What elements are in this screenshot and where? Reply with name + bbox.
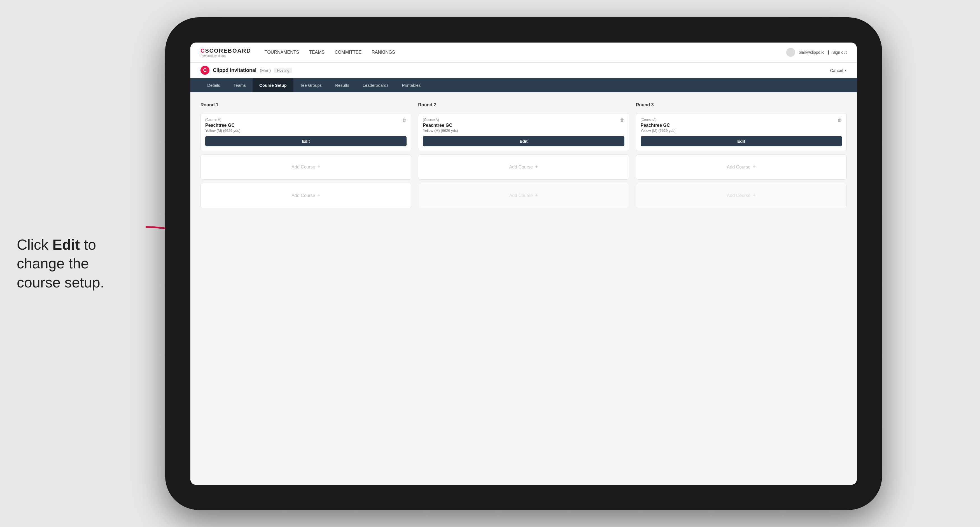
round-1-plus-icon-1: + (318, 164, 321, 170)
round-2-course-details: Yellow (M) (6629 yds) (423, 129, 624, 133)
round-2-trash-icon[interactable]: 🗑 (619, 117, 625, 124)
round-2-plus-icon-1: + (535, 164, 538, 170)
tab-leaderboards[interactable]: Leaderboards (356, 78, 395, 92)
sub-header-left: C Clippd Invitational (Men) Hosting (200, 66, 292, 75)
round-1-add-course-2[interactable]: Add Course + (200, 183, 411, 208)
nav-separator: | (828, 50, 829, 55)
round-2-title: Round 2 (418, 102, 629, 108)
tablet-frame: CSCOREBOARD Powered by clippd TOURNAMENT… (165, 17, 882, 510)
round-3-title: Round 3 (636, 102, 847, 108)
round-3-course-label: (Course A) (641, 118, 842, 122)
user-avatar (786, 48, 795, 57)
instruction-bold: Edit (52, 236, 80, 252)
user-email: blair@clippd.io (799, 50, 824, 55)
round-3-course-card: 🗑 (Course A) Peachtree GC Yellow (M) (66… (636, 113, 847, 151)
nav-teams[interactable]: TEAMS (309, 49, 325, 56)
round-2-add-course-2-label: Add Course (509, 193, 533, 198)
main-content: Round 1 🗑 (Course A) Peachtree GC Yellow… (190, 92, 857, 485)
nav-links: TOURNAMENTS TEAMS COMMITTEE RANKINGS (265, 49, 786, 56)
round-2-course-name: Peachtree GC (423, 123, 624, 128)
round-1-course-name: Peachtree GC (205, 123, 407, 128)
round-2-course-card: 🗑 (Course A) Peachtree GC Yellow (M) (66… (418, 113, 629, 151)
round-1-add-course-1-label: Add Course (291, 165, 315, 170)
cancel-button[interactable]: Cancel × (830, 68, 847, 73)
tab-printables[interactable]: Printables (395, 78, 428, 92)
round-3-course-details: Yellow (M) (6629 yds) (641, 129, 842, 133)
tournament-name: Clippd Invitational (213, 67, 256, 73)
tablet-screen: CSCOREBOARD Powered by clippd TOURNAMENT… (190, 43, 857, 485)
round-2-add-course-2: Add Course + (418, 183, 629, 208)
round-1-edit-button[interactable]: Edit (205, 136, 407, 146)
round-1-add-course-1[interactable]: Add Course + (200, 154, 411, 180)
brand-logo: C (200, 66, 210, 75)
logo-c: C (200, 48, 205, 54)
logo-sub: Powered by clippd (200, 54, 251, 57)
nav-rankings[interactable]: RANKINGS (372, 49, 395, 56)
round-2-column: Round 2 🗑 (Course A) Peachtree GC Yellow… (418, 102, 629, 208)
hosting-badge: Hosting (274, 68, 292, 73)
round-3-add-course-2-label: Add Course (727, 193, 751, 198)
nav-committee[interactable]: COMMITTEE (335, 49, 361, 56)
round-1-trash-icon[interactable]: 🗑 (401, 117, 408, 124)
round-3-trash-icon[interactable]: 🗑 (836, 117, 843, 124)
round-3-add-course-1[interactable]: Add Course + (636, 154, 847, 180)
round-3-course-name: Peachtree GC (641, 123, 842, 128)
round-3-add-course-2: Add Course + (636, 183, 847, 208)
round-2-edit-button[interactable]: Edit (423, 136, 624, 146)
tab-bar: Details Teams Course Setup Tee Groups Re… (190, 78, 857, 92)
round-1-column: Round 1 🗑 (Course A) Peachtree GC Yellow… (200, 102, 411, 208)
tab-course-setup[interactable]: Course Setup (253, 78, 293, 92)
tab-details[interactable]: Details (200, 78, 227, 92)
logo-area: CSCOREBOARD Powered by clippd (200, 48, 251, 57)
round-1-course-details: Yellow (M) (6629 yds) (205, 129, 407, 133)
round-3-plus-icon-1: + (752, 164, 756, 170)
round-3-plus-icon-2: + (752, 192, 756, 198)
tab-teams[interactable]: Teams (227, 78, 253, 92)
top-nav-right: blair@clippd.io | Sign out (786, 48, 847, 57)
round-1-add-course-2-label: Add Course (291, 193, 315, 198)
round-1-title: Round 1 (200, 102, 411, 108)
round-1-course-card: 🗑 (Course A) Peachtree GC Yellow (M) (66… (200, 113, 411, 151)
sign-out-link[interactable]: Sign out (832, 50, 847, 55)
round-2-course-label: (Course A) (423, 118, 624, 122)
round-3-column: Round 3 🗑 (Course A) Peachtree GC Yellow… (636, 102, 847, 208)
tab-results[interactable]: Results (328, 78, 356, 92)
round-1-plus-icon-2: + (318, 192, 321, 198)
round-2-plus-icon-2: + (535, 192, 538, 198)
top-nav: CSCOREBOARD Powered by clippd TOURNAMENT… (190, 43, 857, 63)
round-1-course-label: (Course A) (205, 118, 407, 122)
cancel-icon: × (844, 68, 847, 73)
instruction-prefix: Click (17, 236, 52, 252)
tab-tee-groups[interactable]: Tee Groups (293, 78, 329, 92)
sub-header: C Clippd Invitational (Men) Hosting Canc… (190, 63, 857, 78)
round-2-add-course-1[interactable]: Add Course + (418, 154, 629, 180)
round-3-edit-button[interactable]: Edit (641, 136, 842, 146)
round-3-add-course-1-label: Add Course (727, 165, 751, 170)
tournament-division: (Men) (260, 68, 271, 73)
instruction-text: Click Edit tochange thecourse setup. (17, 235, 104, 292)
logo-scoreboard: CSCOREBOARD (200, 48, 251, 54)
nav-tournaments[interactable]: TOURNAMENTS (265, 49, 299, 56)
round-2-add-course-1-label: Add Course (509, 165, 533, 170)
rounds-container: Round 1 🗑 (Course A) Peachtree GC Yellow… (200, 102, 847, 208)
